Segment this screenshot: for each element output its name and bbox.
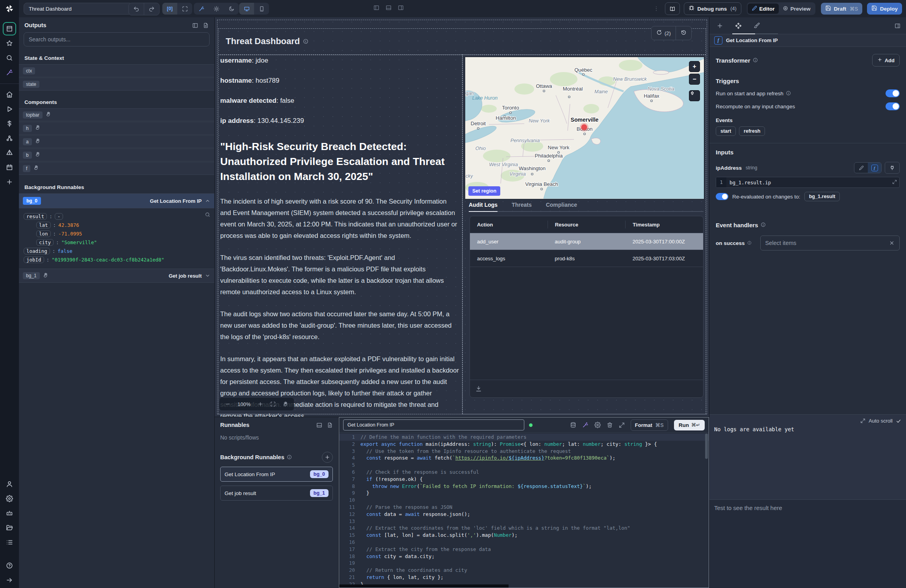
bg0-output-row[interactable]: bg_0 Get Location From IP (19, 193, 214, 208)
dark-mode-button[interactable] (224, 3, 239, 15)
tree-row-loading[interactable]: loading:false (24, 247, 210, 255)
expression-editor[interactable]: 1 bg_1.result.ip (716, 177, 900, 188)
code-line[interactable]: 13 (339, 518, 709, 525)
rail-item-folder[interactable] (3, 521, 16, 534)
tab-threats[interactable]: Threats (512, 202, 532, 208)
collapse-inspector-icon[interactable] (895, 23, 900, 29)
recompute-toggle[interactable] (886, 102, 900, 110)
connect-input-button[interactable] (885, 162, 900, 174)
tree-row-result[interactable]: result:- (24, 212, 210, 221)
rail-item-list[interactable] (3, 536, 16, 549)
refresh-button[interactable]: (2) (652, 26, 676, 40)
rail-item-workflow[interactable] (3, 132, 16, 145)
rail-item-app-window[interactable] (3, 22, 16, 35)
mobile-view-button[interactable] (254, 3, 269, 15)
rail-item-dollar[interactable] (3, 117, 16, 130)
code-line[interactable]: 10 (339, 497, 709, 504)
code-line[interactable]: 19 (339, 560, 709, 567)
editor-tab[interactable]: Editor (748, 4, 779, 14)
rail-item-calendar[interactable] (3, 161, 16, 174)
code-line[interactable]: 16 (339, 539, 709, 546)
code-line[interactable]: 4 const response = await fetch(`https://… (339, 454, 709, 462)
bg1-output-row[interactable]: bg_1 Get job result (19, 269, 214, 283)
rail-item-arrow-right[interactable] (3, 573, 16, 587)
rail-item-search[interactable] (3, 51, 16, 65)
more-menu-icon[interactable] (653, 6, 659, 12)
code-line[interactable]: 14 // Extract the coordinates from the '… (339, 525, 709, 532)
rail-item-robot[interactable] (3, 506, 16, 520)
tree-row-city[interactable]: city:"Somerville" (24, 238, 210, 247)
output-row-topbar[interactable]: topbar (19, 108, 214, 121)
map-recenter-button[interactable] (689, 90, 700, 101)
tree-row-lon[interactable]: lon:-71.0995 (24, 229, 210, 238)
outputs-doc-icon[interactable] (203, 22, 209, 28)
collapse-bottom-icon[interactable] (316, 422, 322, 428)
deploy-button[interactable]: Deploy (867, 3, 902, 15)
preview-tab[interactable]: Preview (779, 4, 815, 14)
runnable-item-bg_0[interactable]: Get Location From IPbg_0 (220, 467, 333, 482)
rail-item-home[interactable] (3, 88, 16, 101)
cache-icon[interactable] (570, 422, 576, 428)
toggle-left-panel-icon[interactable] (373, 5, 379, 12)
windmill-logo[interactable] (0, 0, 19, 17)
code-line[interactable]: 18 const city = data.city; (339, 553, 709, 560)
tree-search-icon[interactable] (205, 212, 210, 219)
tree-row-lat[interactable]: lat:42.3876 (24, 221, 210, 229)
code-line[interactable]: 12 const data = await response.json(); (339, 511, 709, 518)
code-line[interactable]: 9 } (339, 490, 709, 497)
magic-theme-button[interactable] (194, 3, 209, 15)
autoscroll-checkbox[interactable] (896, 418, 901, 424)
output-row-h[interactable]: h (19, 122, 214, 135)
settings-icon[interactable] (594, 422, 601, 428)
column-header-timestamp[interactable]: Timestamp (625, 221, 703, 228)
undo-button[interactable] (129, 3, 144, 15)
app-title-input[interactable]: Threat Dashboard (24, 3, 132, 15)
code-line[interactable]: 8 throw new Error(`Failed to fetch IP in… (339, 483, 709, 490)
ai-assist-icon[interactable] (582, 422, 589, 428)
reevaluate-toggle[interactable] (716, 193, 728, 200)
runnable-name-input[interactable]: Get Location From IP (343, 419, 524, 430)
code-line[interactable]: 5 (339, 462, 709, 469)
runnable-item-bg_1[interactable]: Get job resultbg_1 (220, 486, 333, 501)
map-zoom-in-button[interactable]: + (689, 61, 700, 72)
expand-expr-icon[interactable] (892, 179, 897, 185)
code-scrollbar-horizontal[interactable] (339, 584, 509, 588)
code-line[interactable]: 15 const [lat, lon] = data.loc.split(','… (339, 532, 709, 539)
pan-hand-icon[interactable] (283, 401, 288, 407)
static-mode-button[interactable] (854, 163, 868, 173)
tab-compliance[interactable]: Compliance (546, 202, 577, 208)
toggle-bottom-panel-icon[interactable] (386, 5, 392, 12)
debug-runs-button[interactable]: Debug runs (4) (684, 2, 741, 15)
rail-item-user[interactable] (3, 477, 16, 491)
code-line[interactable]: 3 // Use the token from the Ipinfo resou… (339, 448, 709, 455)
desktop-view-button[interactable] (239, 3, 254, 15)
code-line[interactable]: 11 // Parse the response as JSON (339, 504, 709, 511)
redo-button[interactable] (144, 3, 159, 15)
clear-select-icon[interactable] (889, 240, 895, 246)
zoom-out-icon[interactable] (225, 401, 230, 407)
search-outputs-input[interactable]: Search outputs... (24, 32, 210, 46)
run-on-start-toggle[interactable] (886, 89, 900, 97)
light-mode-button[interactable] (209, 3, 224, 15)
map-zoom-out-button[interactable]: − (689, 74, 700, 85)
table-row[interactable]: access_logsprod-k8s2025-03-30T17:03:00Z (470, 250, 703, 267)
delete-icon[interactable] (607, 422, 613, 428)
chevron-down-icon[interactable] (205, 273, 210, 278)
code-line[interactable]: 1// Define the main function with the re… (339, 434, 709, 441)
rail-item-wand[interactable] (3, 66, 16, 79)
code-line[interactable]: 20 // Return the coordinates and city (339, 567, 709, 574)
selected-runnable-breadcrumb[interactable]: f Get Location From IP (709, 34, 906, 47)
chevron-up-icon[interactable] (205, 198, 210, 204)
insert-component-tab[interactable] (717, 22, 723, 29)
zoom-in-icon[interactable] (258, 401, 263, 407)
eval-mode-button[interactable]: f (868, 163, 881, 173)
table-row[interactable]: add_useraudit-group2025-03-30T17:00:00Z (470, 233, 703, 250)
output-row-ctx[interactable]: ctx (19, 64, 214, 77)
event-chip-start[interactable]: start (716, 126, 736, 136)
collapse-button[interactable]: - (55, 213, 63, 220)
code-line[interactable]: 17 // Extract the city from the response… (339, 546, 709, 553)
event-chip-refresh[interactable]: refresh (739, 126, 765, 136)
map-component[interactable]: QuébecOttawaMontréalNew BrunswickNova Sc… (465, 57, 704, 199)
output-row-f[interactable]: f (19, 162, 214, 175)
app-canvas[interactable]: Threat Dashboard (2) username: jdoehostn… (215, 17, 709, 417)
